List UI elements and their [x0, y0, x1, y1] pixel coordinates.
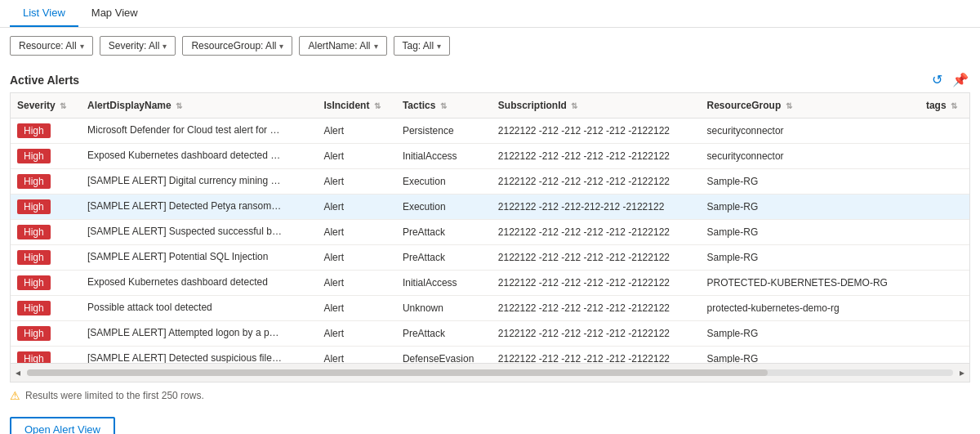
chevron-down-icon: ▾ [437, 42, 441, 51]
sort-icon[interactable]: ⇅ [176, 101, 182, 110]
chevron-down-icon: ▾ [80, 42, 84, 51]
severity-badge: High [17, 301, 51, 315]
alert-display-name: Microsoft Defender for Cloud test alert … [87, 124, 283, 136]
open-alert-view-button[interactable]: Open Alert View [10, 417, 115, 434]
cell-subscriptionid: 2122122 -212 -212 -212 -212 -2122122 [492, 347, 701, 364]
cell-resourcegroup: protected-kubernetes-demo-rg [701, 296, 920, 321]
table-row[interactable]: High [SAMPLE ALERT] Digital currency min… [11, 169, 969, 195]
cell-tactics: PreAttack [396, 220, 492, 245]
severity-badge: High [17, 326, 51, 341]
cell-resourcegroup: Sample-RG [701, 220, 920, 245]
table-row[interactable]: High [SAMPLE ALERT] Potential SQL Inject… [11, 245, 969, 271]
footer-button-area: Open Alert View [0, 409, 980, 434]
cell-isincident: Alert [317, 195, 395, 220]
cell-alertname: [SAMPLE ALERT] Detected suspicious file … [81, 347, 317, 364]
table-row[interactable]: High [SAMPLE ALERT] Detected Petya ranso… [11, 195, 969, 220]
cell-severity: High [11, 119, 81, 144]
cell-tactics: Execution [396, 195, 492, 220]
alert-display-name: Exposed Kubernetes dashboard detected [87, 276, 268, 288]
cell-resourcegroup: Sample-RG [701, 195, 920, 220]
table-row[interactable]: High Possible attack tool detected Alert… [11, 296, 969, 321]
h-scrollbar-track[interactable] [27, 369, 953, 376]
chevron-down-icon: ▾ [374, 42, 378, 51]
refresh-icon[interactable]: ↺ [930, 70, 944, 89]
col-alertname: AlertDisplayName ⇅ [81, 93, 317, 119]
filter-alertname[interactable]: AlertName: All ▾ [299, 36, 386, 56]
cell-tactics: Unknown [396, 296, 492, 321]
cell-alertname: Possible attack tool detected [81, 296, 317, 321]
warning-text: Results were limited to the first 250 ro… [25, 390, 204, 401]
cell-subscriptionid: 2122122 -212 -212 -212 -212 -2122122 [492, 321, 701, 347]
col-severity: Severity ⇅ [11, 93, 81, 119]
sort-icon[interactable]: ⇅ [60, 101, 66, 110]
severity-badge: High [17, 225, 51, 239]
filter-resource-label: Resource: All [19, 40, 77, 51]
sort-icon[interactable]: ⇅ [786, 101, 792, 110]
cell-severity: High [11, 321, 81, 347]
severity-badge: High [17, 174, 51, 189]
horizontal-scrollbar[interactable]: ◂ ▸ [11, 363, 969, 382]
table-row[interactable]: High Exposed Kubernetes dashboard detect… [11, 144, 969, 169]
section-actions: ↺ 📌 [930, 70, 970, 89]
cell-resourcegroup: Sample-RG [701, 321, 920, 347]
cell-severity: High [11, 169, 81, 195]
table-row[interactable]: High Microsoft Defender for Cloud test a… [11, 119, 969, 144]
cell-tags [920, 271, 969, 296]
scroll-right-icon[interactable]: ▸ [955, 365, 969, 380]
cell-alertname: Exposed Kubernetes dashboard detected [81, 271, 317, 296]
cell-tactics: InitialAccess [396, 144, 492, 169]
filter-bar: Resource: All ▾ Severity: All ▾ Resource… [0, 28, 980, 64]
alert-display-name: [SAMPLE ALERT] Digital currency mining r… [87, 175, 283, 186]
tab-list-view[interactable]: List View [10, 0, 78, 27]
section-header: Active Alerts ↺ 📌 [0, 64, 980, 92]
table-row[interactable]: High [SAMPLE ALERT] Attempted logon by a… [11, 321, 969, 347]
tab-map-view[interactable]: Map View [78, 0, 151, 27]
cell-tactics: PreAttack [396, 245, 492, 271]
table-header-row: Severity ⇅ AlertDisplayName ⇅ IsIncident… [11, 93, 969, 119]
table-row[interactable]: High [SAMPLE ALERT] Suspected successful… [11, 220, 969, 245]
cell-isincident: Alert [317, 245, 395, 271]
cell-alertname: [SAMPLE ALERT] Attempted logon by a pote… [81, 321, 317, 347]
cell-isincident: Alert [317, 296, 395, 321]
table-row[interactable]: High Exposed Kubernetes dashboard detect… [11, 271, 969, 296]
cell-tags [920, 195, 969, 220]
cell-resourcegroup: Sample-RG [701, 347, 920, 364]
cell-tags [920, 347, 969, 364]
scroll-left-icon[interactable]: ◂ [11, 365, 25, 380]
filter-tag[interactable]: Tag: All ▾ [394, 36, 451, 56]
cell-isincident: Alert [317, 220, 395, 245]
sort-icon[interactable]: ⇅ [374, 101, 381, 110]
pin-icon[interactable]: 📌 [951, 70, 970, 89]
cell-severity: High [11, 296, 81, 321]
table-wrapper: Severity ⇅ AlertDisplayName ⇅ IsIncident… [10, 92, 970, 383]
filter-severity[interactable]: Severity: All ▾ [100, 36, 176, 56]
cell-alertname: Microsoft Defender for Cloud test alert … [81, 119, 317, 144]
cell-isincident: Alert [317, 321, 395, 347]
cell-severity: High [11, 144, 81, 169]
cell-alertname: [SAMPLE ALERT] Digital currency mining r… [81, 169, 317, 195]
cell-resourcegroup: securityconnector [701, 119, 920, 144]
table-scroll[interactable]: Severity ⇅ AlertDisplayName ⇅ IsIncident… [11, 93, 969, 363]
cell-severity: High [11, 271, 81, 296]
cell-resourcegroup: Sample-RG [701, 169, 920, 195]
cell-severity: High [11, 245, 81, 271]
col-resourcegroup: ResourceGroup ⇅ [701, 93, 920, 119]
cell-alertname: [SAMPLE ALERT] Detected Petya ransomware… [81, 195, 317, 220]
sort-icon[interactable]: ⇅ [440, 101, 447, 110]
filter-resource[interactable]: Resource: All ▾ [10, 36, 93, 56]
alerts-table-container: Severity ⇅ AlertDisplayName ⇅ IsIncident… [0, 92, 980, 383]
filter-resourcegroup[interactable]: ResourceGroup: All ▾ [182, 36, 292, 56]
table-row[interactable]: High [SAMPLE ALERT] Detected suspicious … [11, 347, 969, 364]
severity-badge: High [17, 250, 51, 265]
alert-display-name: [SAMPLE ALERT] Detected Petya ransomware… [87, 200, 283, 212]
cell-alertname: Exposed Kubernetes dashboard detected (P… [81, 144, 317, 169]
cell-isincident: Alert [317, 144, 395, 169]
filter-alertname-label: AlertName: All [308, 40, 370, 51]
sort-icon[interactable]: ⇅ [951, 101, 957, 110]
cell-isincident: Alert [317, 169, 395, 195]
cell-subscriptionid: 2122122 -212 -212 -212 -212 -2122122 [492, 245, 701, 271]
cell-subscriptionid: 2122122 -212 -212 -212 -212 -2122122 [492, 169, 701, 195]
col-isincident: IsIncident ⇅ [317, 93, 395, 119]
sort-icon[interactable]: ⇅ [571, 101, 577, 110]
cell-tactics: InitialAccess [396, 271, 492, 296]
